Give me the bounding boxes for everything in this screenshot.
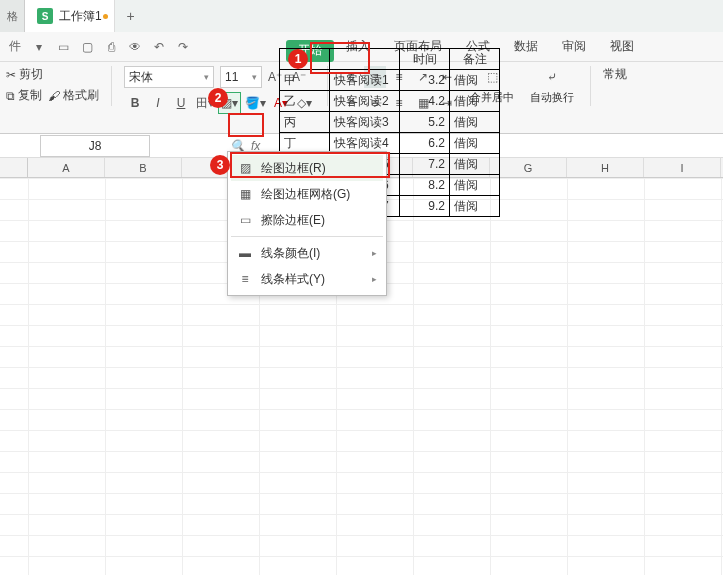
unsaved-indicator <box>103 14 108 19</box>
submenu-arrow-icon: ▸ <box>372 248 377 258</box>
cell[interactable]: 丙 <box>280 112 330 133</box>
italic-button[interactable]: I <box>147 92 169 114</box>
font-name-select[interactable]: 宋体▾ <box>124 66 214 88</box>
file-menu-button[interactable]: 件 <box>4 36 26 58</box>
cell[interactable]: 4.2 <box>400 91 450 112</box>
cell-header[interactable]: 时间 <box>400 49 450 70</box>
cell[interactable]: 借阅 <box>450 175 500 196</box>
cell[interactable]: 借阅 <box>450 133 500 154</box>
menu-draw-grid[interactable]: ▦ 绘图边框网格(G) <box>231 181 383 207</box>
font-size-select[interactable]: 11▾ <box>220 66 262 88</box>
tab-data[interactable]: 数据 <box>502 32 550 62</box>
menu-separator <box>231 236 383 237</box>
callout-box-1 <box>310 42 370 74</box>
cell[interactable]: 7.2 <box>400 154 450 175</box>
wps-sheet-icon: S <box>37 8 53 24</box>
cell[interactable]: 9.2 <box>400 196 450 217</box>
callout-box-3 <box>230 152 390 178</box>
cell[interactable]: 8.2 <box>400 175 450 196</box>
name-box[interactable]: J8 <box>40 135 150 157</box>
cell-header[interactable]: 备注 <box>450 49 500 70</box>
copy-button[interactable]: ⧉复制 <box>6 87 42 104</box>
cell[interactable]: 借阅 <box>450 70 500 91</box>
grid-border-icon: ▦ <box>237 186 253 202</box>
cell[interactable]: 6.2 <box>400 133 450 154</box>
workbook-title: 工作簿1 <box>59 8 102 25</box>
undo-icon[interactable]: ↶ <box>148 36 170 58</box>
new-tab-button[interactable]: + <box>115 0 147 32</box>
col-header[interactable]: H <box>567 158 644 177</box>
dropdown-caret-icon[interactable]: ▾ <box>28 36 50 58</box>
wrap-text-icon: ⤶ <box>541 66 563 88</box>
cell[interactable]: 5.2 <box>400 112 450 133</box>
tab-view[interactable]: 视图 <box>598 32 646 62</box>
cell[interactable]: 借阅 <box>450 112 500 133</box>
submenu-arrow-icon: ▸ <box>372 274 377 284</box>
cell[interactable]: 借阅 <box>450 196 500 217</box>
col-header[interactable]: G <box>490 158 567 177</box>
menu-line-style[interactable]: ≡ 线条样式(Y) ▸ <box>231 266 383 292</box>
format-painter-button[interactable]: 🖌格式刷 <box>48 87 99 104</box>
line-style-icon: ≡ <box>237 271 253 287</box>
wrap-text-group[interactable]: ⤶ 自动换行 <box>526 66 578 105</box>
cell[interactable]: 借阅 <box>450 91 500 112</box>
cut-button[interactable]: ✂剪切 <box>6 66 43 83</box>
col-header[interactable]: I <box>644 158 721 177</box>
color-swatch-icon: ▬ <box>237 245 253 261</box>
cell[interactable]: 快客阅读3 <box>330 112 400 133</box>
preview-icon[interactable]: 👁 <box>124 36 146 58</box>
copy-icon: ⧉ <box>6 89 15 103</box>
callout-box-2 <box>228 113 264 137</box>
separator <box>111 66 112 106</box>
col-header[interactable]: A <box>28 158 105 177</box>
col-header[interactable]: B <box>105 158 182 177</box>
cell[interactable]: 乙 <box>280 91 330 112</box>
workbook-tab[interactable]: S 工作簿1 <box>25 0 115 32</box>
redo-icon[interactable]: ↷ <box>172 36 194 58</box>
tab-review[interactable]: 审阅 <box>550 32 598 62</box>
cell[interactable]: 3.2 <box>400 70 450 91</box>
fill-color-button[interactable]: 🪣▾ <box>242 92 269 114</box>
bold-button[interactable]: B <box>124 92 146 114</box>
eraser-icon: ▭ <box>237 212 253 228</box>
cell[interactable]: 借阅 <box>450 154 500 175</box>
print-icon[interactable]: ⎙ <box>100 36 122 58</box>
title-tabbar: 格 S 工作簿1 + <box>0 0 723 32</box>
brush-icon: 🖌 <box>48 89 60 103</box>
open-icon[interactable]: ▢ <box>76 36 98 58</box>
callout-badge-2: 2 <box>208 88 228 108</box>
tab-fragment[interactable]: 格 <box>0 0 25 32</box>
callout-badge-1: 1 <box>288 49 308 69</box>
save-icon[interactable]: ▭ <box>52 36 74 58</box>
underline-button[interactable]: U <box>170 92 192 114</box>
scissors-icon: ✂ <box>6 68 16 82</box>
select-all-corner[interactable] <box>0 158 28 177</box>
number-format-select[interactable]: 常规 <box>603 66 627 83</box>
cell[interactable]: 快客阅读2 <box>330 91 400 112</box>
menu-erase-border[interactable]: ▭ 擦除边框(E) <box>231 207 383 233</box>
menu-line-color[interactable]: ▬ 线条颜色(I) ▸ <box>231 240 383 266</box>
separator <box>590 66 591 106</box>
callout-badge-3: 3 <box>210 155 230 175</box>
